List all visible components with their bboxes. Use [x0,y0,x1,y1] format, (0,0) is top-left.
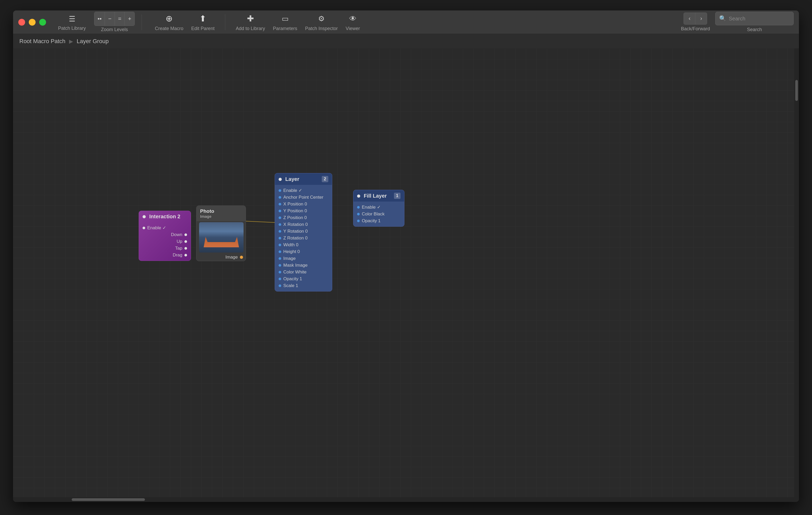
interaction-node-title: Interaction 2 [149,214,180,219]
breadcrumb: Root Macro Patch ▶ Layer Group [13,34,799,49]
create-macro-button[interactable]: ⊕ Create Macro [155,13,183,31]
dot-icon [279,271,281,273]
dot-icon [279,216,281,219]
node-row: Tap [139,245,191,252]
dot-icon [279,257,281,260]
dot-icon [357,213,360,215]
back-forward-button[interactable]: ‹ › Back/Forward [681,12,710,32]
patch-inspector-icon: ⚙ [316,13,327,24]
node-row: Scale 1 [275,282,332,289]
row-label: Opacity 1 [283,276,302,281]
row-label: Enable ✓ [283,188,302,193]
row-label: Opacity 1 [362,218,381,223]
connection-lines [13,49,799,502]
zoom-minus-button[interactable]: − [105,12,115,26]
search-icon: 🔍 [719,15,726,22]
parameters-label: Parameters [273,26,297,31]
add-to-library-button[interactable]: ✚ Add to Library [236,13,265,31]
toolbar-middle: ⊕ Create Macro ⬆ Edit Parent ✚ Add to Li… [155,13,360,31]
fill-layer-node[interactable]: Fill Layer 1 Enable ✓ Color Black Opacit… [353,190,404,226]
back-arrow[interactable]: ‹ [684,13,695,24]
traffic-lights [18,19,46,26]
row-label: Image [226,254,238,260]
separator-2 [225,14,225,30]
search-section: 🔍 Search Search [715,12,794,32]
row-label: Anchor Point Center [283,195,323,200]
dot-icon [184,240,187,243]
scrollbar-thumb-v[interactable] [795,80,798,101]
parameters-button[interactable]: ▭ Parameters [273,13,297,31]
back-forward-label: Back/Forward [681,26,710,32]
interaction-dot [143,215,146,218]
row-label: X Position 0 [283,202,307,207]
search-placeholder: Search [729,16,745,22]
breadcrumb-child[interactable]: Layer Group [77,38,109,45]
dot-icon [279,244,281,246]
dot-icon [240,256,243,259]
dot-icon [357,220,360,222]
toolbar-right: ‹ › Back/Forward 🔍 Search Search [681,12,794,32]
row-label: Y Position 0 [283,208,307,214]
horizontal-scrollbar[interactable] [13,497,799,502]
node-row: Image [275,255,332,262]
layer-node[interactable]: Layer 2 Enable ✓ Anchor Point Center X P… [275,173,332,292]
viewer-button[interactable]: 👁 Viewer [346,13,360,31]
row-label: Scale 1 [283,283,298,289]
patch-library-button[interactable]: ☰ Patch Library [58,13,86,31]
photo-preview [199,222,243,252]
row-label: Enable ✓ [362,205,381,210]
main-window: ☰ Patch Library •• − = + Zoom Levels ⊕ C… [13,10,799,502]
add-to-library-label: Add to Library [236,26,265,31]
canvas-area[interactable]: Interaction 2 Enable ✓ Down Up Tap [13,49,799,502]
dot-icon [279,250,281,253]
scrollbar-thumb-h[interactable] [72,498,145,501]
search-input[interactable]: 🔍 Search [715,12,794,25]
node-row: Mask Image [275,262,332,269]
zoom-double-dot-button[interactable]: •• [94,12,105,26]
svg-line-0 [246,221,275,222]
maximize-button[interactable] [39,19,46,26]
node-row: Image [197,253,245,261]
viewer-label: Viewer [346,26,360,31]
edit-parent-label: Edit Parent [191,26,214,31]
zoom-controls[interactable]: •• − = + [94,12,135,26]
photo-node[interactable]: Photo Image Image [196,206,246,261]
nav-arrows[interactable]: ‹ › [684,12,707,25]
parameters-icon: ▭ [280,13,291,24]
fill-layer-node-header: Fill Layer 1 [353,190,404,202]
dot-icon [279,203,281,206]
edit-parent-button[interactable]: ⬆ Edit Parent [191,13,214,31]
breadcrumb-root[interactable]: Root Macro Patch [19,38,65,45]
dot-icon [279,196,281,199]
fill-layer-node-body: Enable ✓ Color Black Opacity 1 [353,202,404,226]
zoom-levels-label: Zoom Levels [101,27,128,32]
layer-node-body: Enable ✓ Anchor Point Center X Position … [275,185,332,291]
patch-inspector-label: Patch Inspector [305,26,338,31]
forward-arrow[interactable]: › [695,13,707,24]
patch-inspector-button[interactable]: ⚙ Patch Inspector [305,13,338,31]
zoom-equal-button[interactable]: = [115,12,125,26]
minimize-button[interactable] [29,19,36,26]
row-label: Mask Image [283,263,308,268]
layer-badge: 2 [322,176,328,182]
row-label: Down [171,232,182,237]
node-row: Z Rotation 0 [275,235,332,242]
row-label: Up [177,239,182,244]
breadcrumb-arrow: ▶ [69,38,73,44]
vertical-scrollbar[interactable] [794,49,799,502]
dot-icon [143,226,145,229]
dot-icon [279,278,281,280]
row-label: Height 0 [283,249,300,254]
dot-icon [279,284,281,287]
dot-icon [184,247,187,250]
dot-icon [357,206,360,209]
close-button[interactable] [18,19,25,26]
layer-dot [279,178,282,181]
row-label: Drag [173,252,182,258]
golden-gate-image [199,222,243,252]
patch-library-icon: ☰ [66,13,78,25]
photo-node-header: Photo Image [197,206,245,221]
interaction-node[interactable]: Interaction 2 Enable ✓ Down Up Tap [139,211,191,261]
create-macro-label: Create Macro [155,26,183,31]
zoom-plus-button[interactable]: + [125,12,135,26]
